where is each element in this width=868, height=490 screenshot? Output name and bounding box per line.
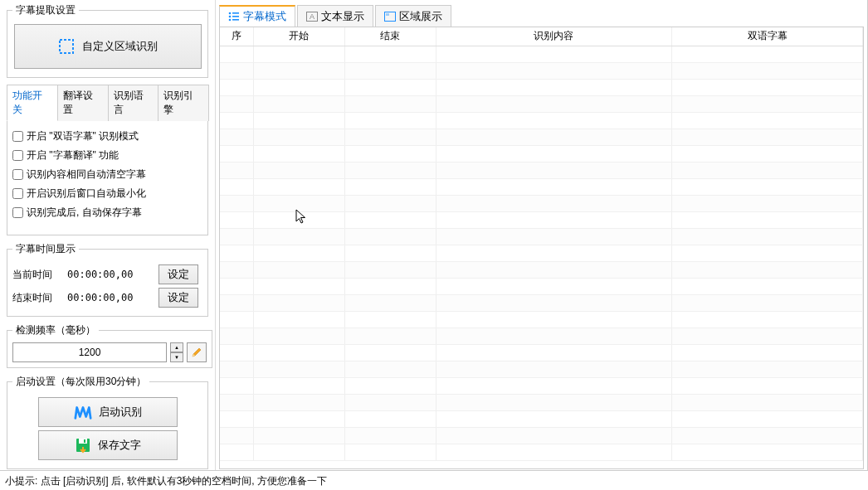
table-row[interactable] [220,112,863,129]
svg-rect-7 [232,16,239,17]
col-seq-header[interactable]: 序 [220,27,253,46]
svg-rect-3 [84,439,85,443]
current-time-value: 00:00:00,00 [67,269,150,280]
freq-edit-button[interactable] [187,342,207,362]
tab-recognize-engine[interactable]: 识别引擎 [158,85,209,121]
freq-down-button[interactable]: ▼ [170,352,183,362]
svg-rect-2 [79,439,87,444]
tab-region-display[interactable]: 区域展示 [375,5,451,27]
col-content-header[interactable]: 识别内容 [436,27,672,46]
check-auto-save-label: 识别完成后, 自动保存字幕 [27,206,142,220]
col-end-header[interactable]: 结束 [344,27,436,46]
freq-up-button[interactable]: ▲ [170,342,183,352]
launch-fieldset: 启动设置（每次限用30分钟） 启动识别 保存文字 [7,375,208,469]
current-time-label: 当前时间 [12,268,59,282]
freq-spinner: ▲ ▼ [170,342,183,362]
tab-recognize-language[interactable]: 识别语言 [108,85,159,121]
right-tabs: 字幕模式 A 文本显示 区域展示 [219,5,864,27]
start-recognition-label: 启动识别 [99,405,142,420]
tab-text-display[interactable]: A 文本显示 [297,5,373,27]
table-row[interactable] [220,327,863,344]
table-row[interactable] [220,278,863,294]
table-row[interactable] [220,145,863,162]
subtitle-table-wrap: 序 开始 结束 识别内容 双语字幕 [219,27,864,469]
save-icon [75,437,91,454]
end-time-value: 00:00:00,00 [67,292,150,303]
check-auto-clear-label: 识别内容相同自动清空字幕 [27,167,146,182]
table-row[interactable] [220,261,863,278]
tab-subtitle-mode-label: 字幕模式 [243,9,286,24]
col-start-header[interactable]: 开始 [253,27,344,46]
tab-function-switch[interactable]: 功能开关 [7,85,58,121]
col-bilingual-header[interactable]: 双语字幕 [672,27,863,46]
time-display-fieldset: 字幕时间显示 当前时间 00:00:00,00 设定 结束时间 00:00:00… [7,242,208,317]
check-bilingual-mode-label: 开启 "双语字幕" 识别模式 [27,129,139,143]
svg-rect-13 [386,13,389,16]
svg-point-6 [229,16,232,18]
table-row[interactable] [220,377,863,394]
start-icon [74,404,92,420]
text-icon: A [306,12,318,22]
table-row[interactable] [220,294,863,311]
table-row[interactable] [220,79,863,95]
tab-text-display-label: 文本显示 [321,9,364,24]
set-end-time-button[interactable]: 设定 [158,288,198,308]
check-subtitle-translate-label: 开启 "字幕翻译" 功能 [27,148,119,163]
table-row[interactable] [220,46,863,62]
check-auto-minimize-label: 开启识别后窗口自动最小化 [27,187,146,201]
table-row[interactable] [220,162,863,178]
table-row[interactable] [220,62,863,79]
table-row[interactable] [220,178,863,195]
table-row[interactable] [220,361,863,377]
table-row[interactable] [220,394,863,410]
svg-text:A: A [310,12,315,21]
custom-region-label: 自定义区域识别 [82,39,158,54]
tab-translate-settings[interactable]: 翻译设置 [57,85,109,121]
save-text-label: 保存文字 [98,438,141,453]
left-tab-body: 开启 "双语字幕" 识别模式 开启 "字幕翻译" 功能 识别内容相同自动清空字幕… [7,121,208,235]
check-auto-save[interactable] [12,207,23,218]
svg-point-8 [229,19,232,22]
freq-input[interactable] [12,342,167,362]
svg-point-4 [229,12,232,15]
subtitle-table: 序 开始 结束 识别内容 双语字幕 [220,27,863,461]
end-time-label: 结束时间 [12,291,59,305]
region-display-icon [384,12,396,22]
set-current-time-button[interactable]: 设定 [158,264,198,284]
svg-rect-9 [232,19,239,21]
left-tabs: 功能开关 翻译设置 识别语言 识别引擎 [7,85,208,121]
list-icon [228,12,240,22]
table-row[interactable] [220,427,863,444]
table-row[interactable] [220,129,863,145]
table-row[interactable] [220,410,863,427]
freq-legend: 检测频率（毫秒） [12,323,99,337]
check-auto-clear[interactable] [12,169,23,180]
table-row[interactable] [220,444,863,460]
pencil-icon [191,347,202,358]
check-bilingual-mode[interactable] [12,131,23,142]
region-icon [57,37,76,56]
extract-settings-fieldset: 字幕提取设置 自定义区域识别 [7,3,208,78]
table-row[interactable] [220,95,863,112]
extract-settings-legend: 字幕提取设置 [12,3,79,17]
svg-rect-5 [232,12,239,14]
freq-fieldset: 检测频率（毫秒） ▲ ▼ [7,323,212,368]
launch-legend: 启动设置（每次限用30分钟） [12,375,149,389]
custom-region-button[interactable]: 自定义区域识别 [14,24,202,69]
check-subtitle-translate[interactable] [12,150,23,161]
tab-subtitle-mode[interactable]: 字幕模式 [219,5,295,27]
table-row[interactable] [220,245,863,261]
table-row[interactable] [220,344,863,361]
tab-region-display-label: 区域展示 [399,9,442,24]
table-row[interactable] [220,211,863,228]
table-row[interactable] [220,195,863,211]
check-auto-minimize[interactable] [12,188,23,199]
footer-tip: 小提示: 点击 [启动识别] 后, 软件默认有3秒钟的空档时间, 方便您准备一下 [0,471,868,490]
subtitle-table-body [220,46,863,460]
save-text-button[interactable]: 保存文字 [38,430,178,460]
table-row[interactable] [220,311,863,327]
svg-rect-0 [60,40,73,53]
table-row[interactable] [220,228,863,245]
time-display-legend: 字幕时间显示 [12,242,79,256]
start-recognition-button[interactable]: 启动识别 [38,397,178,427]
